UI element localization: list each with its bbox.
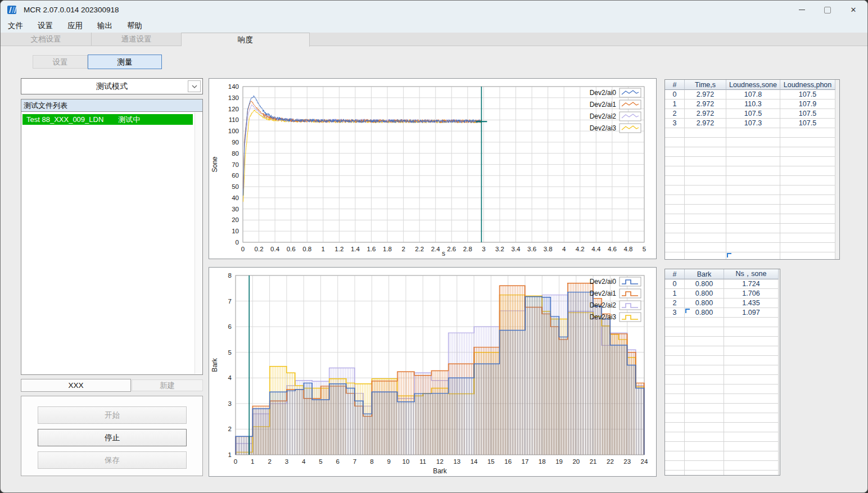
table-cell[interactable] xyxy=(685,128,726,138)
table-cell[interactable]: 2.972 xyxy=(685,109,726,119)
table-cell[interactable] xyxy=(724,461,779,471)
table-cell[interactable] xyxy=(665,375,685,385)
table-cell[interactable]: 0 xyxy=(665,90,685,99)
table-cell[interactable] xyxy=(726,166,780,176)
table-cell[interactable] xyxy=(665,365,685,375)
table-cell[interactable] xyxy=(665,233,685,243)
table-cell[interactable] xyxy=(726,195,780,205)
table-cell[interactable] xyxy=(724,356,779,365)
table-cell[interactable] xyxy=(685,365,724,375)
table-cell[interactable] xyxy=(685,356,724,365)
table-cell[interactable] xyxy=(685,471,724,476)
table-cell[interactable] xyxy=(685,252,726,260)
table-cell[interactable] xyxy=(726,214,780,224)
table-cell[interactable]: 110.3 xyxy=(726,99,780,109)
tab-active[interactable]: 响度 xyxy=(182,33,310,47)
table-cell[interactable] xyxy=(665,356,685,365)
table-cell[interactable] xyxy=(665,195,685,205)
table-cell[interactable] xyxy=(724,385,779,394)
stop-button[interactable]: 停止 xyxy=(38,429,187,446)
table-cell[interactable] xyxy=(685,404,724,413)
table-cell[interactable] xyxy=(665,423,685,432)
table-cell[interactable]: 3 xyxy=(665,308,685,318)
table-cell[interactable]: 0.800 xyxy=(685,308,724,318)
table-cell[interactable] xyxy=(685,413,724,423)
test-mode-select[interactable]: 测试模式 xyxy=(21,78,203,94)
bark-spectrum-chart[interactable]: 0123456789101112131415161718192021222324… xyxy=(209,268,656,476)
table-cell[interactable] xyxy=(780,195,835,205)
table-cell[interactable]: 3 xyxy=(665,119,685,128)
menu-item[interactable]: 设置 xyxy=(30,19,60,33)
table-cell[interactable] xyxy=(685,176,726,186)
table-cell[interactable] xyxy=(780,224,835,233)
table-cell[interactable] xyxy=(665,404,685,413)
table-cell[interactable] xyxy=(726,224,780,233)
table-cell[interactable]: 1 xyxy=(665,99,685,109)
table-cell[interactable] xyxy=(780,205,835,214)
table-cell[interactable] xyxy=(665,413,685,423)
table-cell[interactable] xyxy=(685,195,726,205)
table-cell[interactable] xyxy=(685,375,724,385)
test-file-list[interactable]: Test 88_XXX_009_LDN测试中 xyxy=(21,111,203,375)
table-cell[interactable] xyxy=(724,451,779,461)
table-cell[interactable] xyxy=(665,186,685,195)
table-cell[interactable] xyxy=(665,224,685,233)
table-cell[interactable] xyxy=(724,423,779,432)
table-cell[interactable] xyxy=(665,451,685,461)
table-cell[interactable] xyxy=(726,128,780,138)
minimize-button[interactable] xyxy=(789,1,815,19)
table-cell[interactable] xyxy=(665,157,685,166)
table-cell[interactable] xyxy=(665,128,685,138)
table-cell[interactable] xyxy=(685,442,724,451)
table-cell[interactable] xyxy=(685,224,726,233)
table-cell[interactable]: 2.972 xyxy=(685,119,726,128)
table-cell[interactable] xyxy=(685,166,726,176)
table-cell[interactable] xyxy=(724,394,779,404)
table-cell[interactable] xyxy=(724,375,779,385)
table-cell[interactable] xyxy=(726,138,780,147)
table-cell[interactable] xyxy=(780,252,835,260)
table-cell[interactable] xyxy=(726,147,780,157)
table-cell[interactable]: 2.972 xyxy=(685,99,726,109)
table-cell[interactable] xyxy=(724,337,779,346)
table-cell[interactable] xyxy=(726,205,780,214)
table-cell[interactable] xyxy=(724,442,779,451)
table-cell[interactable] xyxy=(685,205,726,214)
table-cell[interactable] xyxy=(665,432,685,442)
table-cell[interactable] xyxy=(665,166,685,176)
table-cell[interactable] xyxy=(780,157,835,166)
table-cell[interactable] xyxy=(685,337,724,346)
table-cell[interactable]: 107.8 xyxy=(726,90,780,99)
table-cell[interactable]: 2 xyxy=(665,298,685,308)
maximize-button[interactable] xyxy=(815,1,840,19)
table-cell[interactable] xyxy=(780,214,835,224)
table-cell[interactable]: 107.3 xyxy=(726,119,780,128)
table-cell[interactable] xyxy=(685,233,726,243)
table-cell[interactable]: 0.800 xyxy=(685,289,724,298)
table-cell[interactable] xyxy=(685,318,724,327)
table-cell[interactable] xyxy=(780,166,835,176)
table-cell[interactable] xyxy=(665,205,685,214)
table-cell[interactable] xyxy=(726,233,780,243)
table-cell[interactable] xyxy=(724,327,779,337)
list-item[interactable]: Test 88_XXX_009_LDN测试中 xyxy=(22,114,193,125)
dropdown-button[interactable] xyxy=(188,80,201,92)
table-cell[interactable]: 2.972 xyxy=(685,90,726,99)
table-cell[interactable] xyxy=(665,327,685,337)
table-cell[interactable] xyxy=(685,157,726,166)
table-cell[interactable] xyxy=(665,318,685,327)
table-cell[interactable] xyxy=(780,176,835,186)
table-cell[interactable]: 107.5 xyxy=(726,109,780,119)
table-cell[interactable] xyxy=(685,346,724,356)
table-cell[interactable] xyxy=(685,186,726,195)
table-cell[interactable] xyxy=(685,451,724,461)
xxx-button[interactable]: XXX xyxy=(21,379,131,392)
table-cell[interactable] xyxy=(685,385,724,394)
table-cell[interactable]: 1.724 xyxy=(724,279,779,289)
table-cell[interactable]: 0.800 xyxy=(685,279,724,289)
table-cell[interactable] xyxy=(724,318,779,327)
table-cell[interactable]: 2 xyxy=(665,109,685,119)
table-cell[interactable] xyxy=(685,243,726,252)
table-cell[interactable] xyxy=(726,176,780,186)
menu-item[interactable]: 文件 xyxy=(1,19,30,33)
